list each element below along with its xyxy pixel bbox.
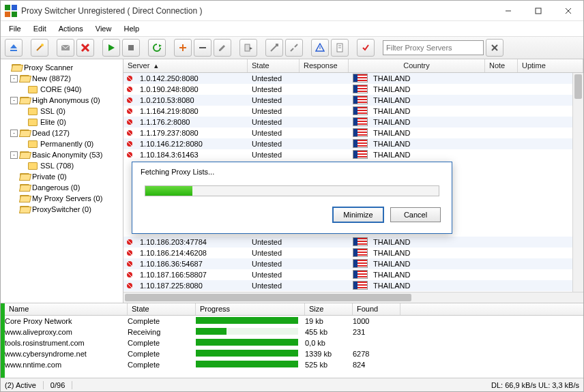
folder-icon — [28, 140, 38, 148]
col-state[interactable]: State — [248, 59, 300, 72]
menu-help[interactable]: Help — [118, 22, 145, 35]
menu-edit[interactable]: Edit — [28, 22, 52, 35]
flag-icon — [349, 248, 369, 258]
tree-node[interactable]: SSL (708) — [2, 160, 121, 171]
flag-icon — [349, 85, 369, 95]
tree-node[interactable]: Private (0) — [2, 171, 121, 182]
folder-icon — [20, 173, 29, 181]
download-row[interactable]: www.cybersyndrome.netComplete1339 kb6278 — [5, 348, 583, 359]
expand-icon[interactable]: - — [10, 97, 18, 104]
tree-node[interactable]: -High Anonymous (0) — [2, 95, 121, 106]
menu-file[interactable]: File — [3, 22, 27, 35]
col-note[interactable]: Note — [485, 59, 518, 72]
tree-node[interactable]: My Proxy Servers (0) — [2, 193, 121, 204]
proxy-row[interactable]: 1.0.210.53:8080UntestedTHAILAND — [123, 95, 583, 106]
proxy-row[interactable]: 1.1.176.2:8080UntestedTHAILAND — [123, 117, 583, 127]
proxy-row[interactable]: 1.1.164.219:8080UntestedTHAILAND — [123, 106, 583, 117]
folder-icon — [20, 130, 29, 137]
edit-icon[interactable] — [214, 39, 231, 57]
tree-node[interactable]: SSL (0) — [2, 106, 121, 117]
proxy-row[interactable]: 1.10.146.212:8080UntestedTHAILAND — [123, 138, 583, 149]
eject-icon[interactable] — [5, 39, 23, 57]
connect-icon[interactable] — [265, 39, 283, 57]
clear-filter-icon[interactable] — [486, 39, 503, 57]
col-server[interactable]: Server ▴ — [123, 59, 248, 72]
svg-marker-21 — [219, 45, 225, 51]
svg-marker-23 — [250, 47, 252, 50]
proxy-row[interactable]: 1.0.142.250:8080UntestedTHAILAND — [123, 73, 583, 84]
tree-root[interactable]: Proxy Scanner — [2, 62, 121, 73]
vertical-scrollbar[interactable] — [572, 73, 583, 292]
horizontal-scrollbar[interactable] — [123, 292, 583, 303]
stop-icon[interactable] — [122, 39, 140, 57]
col-uptime[interactable]: Uptime — [518, 59, 583, 72]
svg-rect-20 — [199, 47, 206, 48]
folder-icon — [28, 162, 38, 170]
flag-icon — [349, 74, 369, 84]
tree-node[interactable]: -New (8872) — [2, 73, 121, 84]
dcol-size[interactable]: Size — [305, 303, 353, 315]
col-country[interactable]: Country — [349, 59, 485, 72]
proxy-row[interactable]: 1.10.187.225:8080UntestedTHAILAND — [123, 280, 583, 291]
dialog-cancel-button[interactable]: Cancel — [390, 207, 441, 222]
tree-node[interactable]: -Dead (127) — [2, 127, 121, 138]
expand-icon[interactable]: - — [10, 75, 18, 82]
document-icon[interactable] — [331, 39, 349, 57]
mail-icon[interactable] — [57, 39, 74, 57]
proxy-row[interactable]: 1.10.186.36:54687UntestedTHAILAND — [123, 258, 583, 269]
dcol-state[interactable]: State — [128, 303, 196, 315]
svg-line-27 — [295, 44, 297, 47]
proxy-row[interactable]: 1.10.186.203:47784UntestedTHAILAND — [123, 237, 583, 247]
menu-view[interactable]: View — [90, 22, 117, 35]
minimize-window-button[interactable] — [493, 1, 523, 20]
proxy-row[interactable]: 1.10.187.166:58807UntestedTHAILAND — [123, 269, 583, 280]
app-logo-icon — [5, 5, 17, 17]
proxy-row[interactable]: 1.10.184.3:61463UntestedTHAILAND — [123, 149, 583, 160]
expand-icon[interactable]: - — [10, 130, 18, 137]
delete-icon[interactable] — [76, 39, 94, 57]
tree-node[interactable]: Elite (0) — [2, 117, 121, 127]
folder-icon — [20, 184, 29, 192]
wand-icon[interactable] — [31, 39, 48, 57]
dcol-found[interactable]: Found — [353, 303, 400, 315]
expand-icon[interactable]: - — [10, 151, 18, 159]
export-icon[interactable] — [239, 39, 257, 57]
download-row[interactable]: www.nntime.comComplete525 kb824 — [5, 359, 583, 370]
proxy-row[interactable]: 1.0.190.248:8080UntestedTHAILAND — [123, 84, 583, 95]
dcol-progress[interactable]: Progress — [196, 303, 305, 315]
proxy-icon — [123, 140, 136, 148]
close-window-button[interactable] — [553, 1, 583, 20]
status-dl: DL: 66,9 kB/s UL: 3,3 kB/s — [491, 381, 579, 389]
svg-rect-19 — [179, 47, 186, 48]
proxy-icon — [123, 118, 136, 126]
tree-node[interactable]: -Basic Anonymity (53) — [2, 149, 121, 160]
list-header: Server ▴ State Response Country Note Upt… — [123, 59, 583, 73]
add-icon[interactable] — [174, 39, 192, 57]
svg-rect-25 — [276, 44, 278, 46]
warning-icon[interactable] — [311, 39, 329, 57]
refresh-icon[interactable] — [148, 39, 166, 57]
folder-icon — [28, 86, 38, 93]
menubar: File Edit Actions View Help — [1, 21, 583, 36]
flag-icon — [349, 95, 369, 106]
download-row[interactable]: tools.rosinstrument.comComplete0,0 kb — [5, 337, 583, 348]
dialog-minimize-button[interactable]: Minimize — [333, 207, 383, 222]
check-icon[interactable] — [357, 39, 375, 57]
dcol-name[interactable]: Name — [5, 303, 128, 315]
proxy-row[interactable]: 1.1.179.237:8080UntestedTHAILAND — [123, 127, 583, 138]
filter-input[interactable] — [383, 40, 484, 55]
tree-node[interactable]: CORE (940) — [2, 84, 121, 95]
maximize-window-button[interactable] — [523, 1, 553, 20]
menu-actions[interactable]: Actions — [53, 22, 89, 35]
tree-node[interactable]: Dangerous (0) — [2, 182, 121, 193]
proxy-icon — [123, 85, 136, 93]
col-response[interactable]: Response — [300, 59, 349, 72]
tree-node[interactable]: ProxySwitcher (0) — [2, 204, 121, 215]
tree-node[interactable]: Permanently (0) — [2, 138, 121, 149]
download-row[interactable]: www.aliveproxy.comReceiving455 kb231 — [5, 327, 583, 337]
play-icon[interactable] — [102, 39, 120, 57]
remove-icon[interactable] — [194, 39, 211, 57]
download-row[interactable]: Core Proxy NetworkComplete19 kb1000 — [5, 316, 583, 327]
proxy-row[interactable]: 1.10.186.214:46208UntestedTHAILAND — [123, 247, 583, 258]
disconnect-icon[interactable] — [285, 39, 303, 57]
